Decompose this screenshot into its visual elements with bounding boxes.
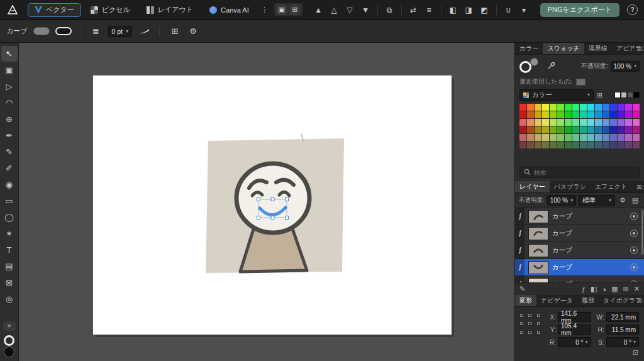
swatch-cell[interactable]	[602, 134, 609, 141]
tab-effects[interactable]: エフェクト	[591, 181, 631, 192]
mini-swatch[interactable]	[633, 92, 640, 98]
swatch-cell[interactable]	[595, 104, 602, 111]
tab-color[interactable]: カラー	[515, 43, 543, 54]
swatch-cell[interactable]	[602, 111, 609, 118]
swatch-cell[interactable]	[535, 134, 541, 141]
fill-well-icon[interactable]	[530, 58, 538, 66]
swatch-cell[interactable]	[572, 134, 579, 141]
anchor-point[interactable]	[528, 322, 531, 325]
eyedropper-icon[interactable]	[547, 62, 555, 71]
swatch-cell[interactable]	[572, 111, 579, 118]
swatch-cell[interactable]	[595, 142, 602, 148]
selection-handle[interactable]	[286, 198, 289, 201]
path-node[interactable]	[258, 207, 261, 209]
height-input[interactable]: 11.5 mm	[606, 325, 640, 335]
swatch-cell[interactable]	[535, 142, 541, 148]
text-tool[interactable]: T	[1, 242, 18, 258]
corner-tool[interactable]: ◠	[1, 95, 18, 111]
affinity-logo-icon[interactable]	[6, 4, 19, 16]
width-input[interactable]: 22.1 mm	[606, 312, 640, 322]
swatch-cell[interactable]	[602, 126, 609, 133]
swatch-cell[interactable]	[550, 104, 557, 111]
fill-color-swatch[interactable]	[33, 27, 50, 35]
swatch-cell[interactable]	[565, 126, 572, 133]
fill-layer-icon[interactable]: ▦	[611, 285, 618, 293]
swatch-cell[interactable]	[587, 104, 594, 111]
flip-horizontal-icon[interactable]: ⇄	[406, 3, 421, 17]
swatch-cell[interactable]	[580, 126, 587, 133]
swatch-cell[interactable]	[610, 104, 617, 111]
swatch-cell[interactable]	[625, 134, 632, 141]
path-node[interactable]	[284, 206, 287, 209]
swatch-cell[interactable]	[572, 104, 579, 111]
swatch-cell[interactable]	[625, 126, 632, 133]
insert-behind-icon[interactable]: ◨	[462, 3, 476, 17]
swatch-cell[interactable]	[625, 142, 632, 148]
swatch-cell[interactable]	[587, 134, 594, 141]
move-tool[interactable]: ↖	[1, 46, 18, 62]
expand-tools-button[interactable]: »	[3, 321, 16, 331]
swatch-cell[interactable]	[610, 111, 617, 118]
insert-on-top-icon[interactable]: ◩	[477, 3, 492, 17]
swatch-cell[interactable]	[618, 134, 625, 141]
swatch-cell[interactable]	[580, 111, 587, 118]
more-options-kebab-icon[interactable]: ⋮	[260, 6, 270, 14]
persona-vector[interactable]: ベクター	[28, 3, 81, 17]
fill-color-well[interactable]	[4, 347, 14, 357]
fill-tool[interactable]: ◉	[1, 177, 18, 192]
swatch-cell[interactable]	[557, 119, 564, 126]
swatch-cell[interactable]	[542, 134, 549, 141]
new-layer-icon[interactable]: ⊞	[623, 285, 629, 293]
swatch-cell[interactable]	[595, 111, 602, 118]
swatch-cell[interactable]	[580, 104, 587, 111]
zoom-tool[interactable]: ◎	[1, 291, 18, 307]
selection-handle[interactable]	[257, 216, 260, 219]
swatch-cell[interactable]	[519, 111, 526, 118]
selection-handle[interactable]	[286, 216, 289, 219]
swatch-cell[interactable]	[572, 142, 579, 148]
swatch-cell[interactable]	[535, 104, 541, 111]
edit-all-layers-icon[interactable]: ✎	[519, 285, 525, 293]
settings-gear-icon[interactable]: ⚙	[187, 26, 199, 36]
swatch-cell[interactable]	[572, 126, 579, 133]
swatch-cell[interactable]	[565, 111, 572, 118]
swatch-cell[interactable]	[557, 134, 564, 141]
swatch-opacity-input[interactable]: 100 % ▾	[611, 61, 640, 72]
layer-row[interactable]: カーブ	[515, 259, 644, 276]
swatch-cell[interactable]	[625, 104, 632, 111]
swatch-cell[interactable]	[625, 119, 632, 126]
layer-visibility-toggle[interactable]	[630, 280, 638, 282]
swatch-cell[interactable]	[580, 134, 587, 141]
delete-layer-icon[interactable]: ✕	[634, 285, 640, 293]
frame-tool[interactable]: ▤	[1, 258, 18, 274]
swatch-cell[interactable]	[580, 142, 587, 148]
tab-history[interactable]: 履歴	[577, 295, 599, 306]
swatch-cell[interactable]	[602, 119, 609, 126]
effects-icon[interactable]: ƒ	[582, 285, 586, 293]
fill-stroke-wells[interactable]	[519, 58, 542, 74]
swatch-cell[interactable]	[550, 111, 557, 118]
swatch-cell[interactable]	[610, 142, 617, 148]
swatch-cell[interactable]	[587, 126, 594, 133]
swatch-cell[interactable]	[595, 126, 602, 133]
swatch-cell[interactable]	[550, 134, 557, 141]
swatch-cell[interactable]	[519, 142, 526, 148]
tab-layers[interactable]: レイヤー	[515, 181, 550, 192]
anchor-point[interactable]	[528, 314, 531, 317]
studio-grid-icon[interactable]: ⊞	[289, 4, 301, 15]
anchor-point[interactable]	[537, 331, 540, 334]
vector-crop-tool[interactable]: ⊠	[1, 275, 18, 291]
snapping-options-chevron-icon[interactable]: ▾	[517, 3, 531, 17]
swatch-cell[interactable]	[610, 134, 617, 141]
star-tool[interactable]: ✶	[1, 226, 18, 242]
swatch-cell[interactable]	[633, 126, 640, 133]
swatch-cell[interactable]	[602, 104, 609, 111]
canvas-area[interactable]	[19, 43, 514, 361]
swatch-cell[interactable]	[519, 104, 526, 111]
swatch-cell[interactable]	[595, 119, 602, 126]
pencil-tool[interactable]: ✎	[1, 144, 18, 160]
mini-swatch[interactable]	[621, 92, 627, 98]
layer-visibility-toggle[interactable]	[630, 247, 638, 254]
point-transform-tool[interactable]: ⊕	[1, 111, 18, 127]
blend-mode-select[interactable]: 標準 ▾	[579, 195, 615, 206]
